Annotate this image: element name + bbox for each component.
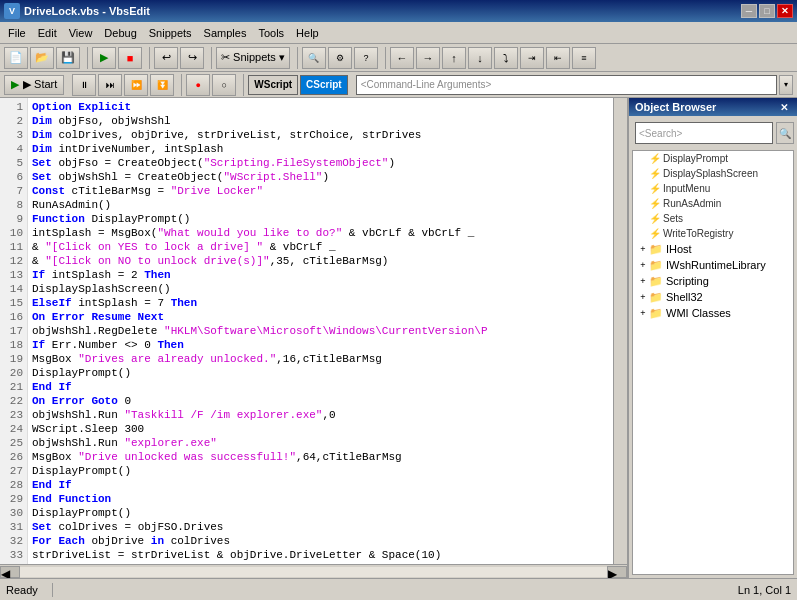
tree-leaf-inputmenu[interactable]: ⚡ InputMenu [633, 181, 793, 196]
code-line-24: WScript.Sleep 300 [32, 422, 609, 436]
tree-leaf-runasadmin[interactable]: ⚡ RunAsAdmin [633, 196, 793, 211]
obj-search-placeholder: <Search> [639, 128, 682, 139]
code-line-30: DisplayPrompt() [32, 506, 609, 520]
obj-tree: ⚡ DisplayPrompt⚡ DisplaySplashScreen⚡ In… [632, 150, 794, 575]
menu-file[interactable]: File [2, 25, 32, 41]
tree-leaf-displaysplashscreen[interactable]: ⚡ DisplaySplashScreen [633, 166, 793, 181]
tree-node-iwshruntimelibrary[interactable]: +📁IWshRuntimeLibrary [633, 257, 793, 273]
code-content[interactable]: Option ExplicitDim objFso, objWshShlDim … [28, 98, 613, 564]
tree-leaf-writetoregistry[interactable]: ⚡ WriteToRegistry [633, 226, 793, 241]
cmd-args-dropdown[interactable]: ▾ [779, 75, 793, 95]
open-button[interactable]: 📂 [30, 47, 54, 69]
menu-help[interactable]: Help [290, 25, 325, 41]
code-line-11: & "[Click on YES to lock a drive] " & vb… [32, 240, 609, 254]
tree-leaf-displayprompt[interactable]: ⚡ DisplayPrompt [633, 151, 793, 166]
cmd-args-input[interactable]: <Command-Line Arguments> [356, 75, 777, 95]
sep4 [294, 47, 298, 69]
tree-leaf-sets[interactable]: ⚡ Sets [633, 211, 793, 226]
indent-btn[interactable]: ⇥ [520, 47, 544, 69]
tree-node-shell32[interactable]: +📁Shell32 [633, 289, 793, 305]
code-line-12: & "[Click on NO to unlock drive(s)]",35,… [32, 254, 609, 268]
close-button[interactable]: ✕ [777, 4, 793, 18]
title-bar: V DriveLock.vbs - VbsEdit ─ □ ✕ [0, 0, 797, 22]
window-title: DriveLock.vbs - VbsEdit [24, 5, 150, 17]
menu-samples[interactable]: Samples [198, 25, 253, 41]
code-line-19: MsgBox "Drives are already unlocked.",16… [32, 352, 609, 366]
code-line-18: If Err.Number <> 0 Then [32, 338, 609, 352]
obj-browser-title-bar: Object Browser ✕ [629, 98, 797, 116]
stop-button[interactable]: ■ [118, 47, 142, 69]
nav-fwd[interactable]: → [416, 47, 440, 69]
redo-button[interactable]: ↪ [180, 47, 204, 69]
scroll-left[interactable]: ◀ [0, 566, 20, 578]
code-area: 1234567891011121314151617181920212223242… [0, 98, 627, 578]
run-small-2[interactable]: ⏭ [98, 74, 122, 96]
code-line-26: MsgBox "Drive unlocked was successfull!"… [32, 450, 609, 464]
run-small-4[interactable]: ⏬ [150, 74, 174, 96]
menu-tools[interactable]: Tools [252, 25, 290, 41]
maximize-button[interactable]: □ [759, 4, 775, 18]
help-button[interactable]: ? [354, 47, 378, 69]
cscript-button[interactable]: CScript [300, 75, 348, 95]
menu-bar: File Edit View Debug Snippets Samples To… [0, 22, 797, 44]
outdent-btn[interactable]: ⇤ [546, 47, 570, 69]
toolbar-1: 📄 📂 💾 ▶ ■ ↩ ↪ ✂ Snippets ▾ 🔍 ⚙ ? ← → ↑ ↓… [0, 44, 797, 72]
scroll-track[interactable] [20, 567, 607, 577]
code-line-33: strDriveList = strDriveList & objDrive.D… [32, 548, 609, 562]
vertical-scrollbar[interactable] [613, 98, 627, 564]
toolbar-btn-b[interactable]: ⚙ [328, 47, 352, 69]
tree-node-scripting[interactable]: +📁Scripting [633, 273, 793, 289]
code-line-23: objWshShl.Run "Taskkill /F /im explorer.… [32, 408, 609, 422]
sep2 [146, 47, 150, 69]
new-button[interactable]: 📄 [4, 47, 28, 69]
sep1 [84, 47, 88, 69]
start-button[interactable]: ▶ ▶ Start [4, 75, 64, 95]
menu-debug[interactable]: Debug [98, 25, 142, 41]
obj-browser-title-label: Object Browser [635, 101, 716, 113]
scroll-right[interactable]: ▶ [607, 566, 627, 578]
run-button[interactable]: ▶ [92, 47, 116, 69]
status-position: Ln 1, Col 1 [738, 584, 791, 596]
nav-back[interactable]: ← [390, 47, 414, 69]
nav-up[interactable]: ↑ [442, 47, 466, 69]
minimize-button[interactable]: ─ [741, 4, 757, 18]
align-btn[interactable]: ≡ [572, 47, 596, 69]
save-button[interactable]: 💾 [56, 47, 80, 69]
breakpoint-btn[interactable]: ● [186, 74, 210, 96]
tree-node-ihost[interactable]: +📁IHost [633, 241, 793, 257]
code-line-4: Dim intDriveNumber, intSplash [32, 142, 609, 156]
obj-search-input[interactable]: <Search> [635, 122, 773, 144]
nav-end[interactable]: ⤵ [494, 47, 518, 69]
play-icon: ▶ [11, 78, 19, 91]
menu-edit[interactable]: Edit [32, 25, 63, 41]
code-line-27: DisplayPrompt() [32, 464, 609, 478]
snippets-dropdown[interactable]: ✂ Snippets ▾ [216, 47, 290, 69]
code-line-29: End Function [32, 492, 609, 506]
run-toolbar: ▶ ▶ Start ⏸ ⏭ ⏩ ⏬ ● ○ WScript CScript <C… [0, 72, 797, 98]
obj-browser-close[interactable]: ✕ [777, 100, 791, 114]
tree-node-wmi-classes[interactable]: +📁WMI Classes [633, 305, 793, 321]
nav-down[interactable]: ↓ [468, 47, 492, 69]
code-container: 1234567891011121314151617181920212223242… [0, 98, 627, 564]
code-line-14: DisplaySplashScreen() [32, 282, 609, 296]
code-line-22: On Error Goto 0 [32, 394, 609, 408]
run-small-1[interactable]: ⏸ [72, 74, 96, 96]
code-line-7: Const cTitleBarMsg = "Drive Locker" [32, 184, 609, 198]
code-line-20: DisplayPrompt() [32, 366, 609, 380]
clear-break-btn[interactable]: ○ [212, 74, 236, 96]
code-line-9: Function DisplayPrompt() [32, 212, 609, 226]
menu-snippets[interactable]: Snippets [143, 25, 198, 41]
undo-button[interactable]: ↩ [154, 47, 178, 69]
sep3 [208, 47, 212, 69]
code-line-16: On Error Resume Next [32, 310, 609, 324]
wscript-button[interactable]: WScript [248, 75, 298, 95]
menu-view[interactable]: View [63, 25, 99, 41]
code-line-1: Option Explicit [32, 100, 609, 114]
run-small-3[interactable]: ⏩ [124, 74, 148, 96]
toolbar-btn-a[interactable]: 🔍 [302, 47, 326, 69]
horizontal-scrollbar[interactable]: ◀ ▶ [0, 564, 627, 578]
search-icon-button[interactable]: 🔍 [776, 122, 794, 144]
status-ready: Ready [6, 584, 38, 596]
code-line-6: Set objWshShl = CreateObject("WScript.Sh… [32, 170, 609, 184]
sep5 [382, 47, 386, 69]
